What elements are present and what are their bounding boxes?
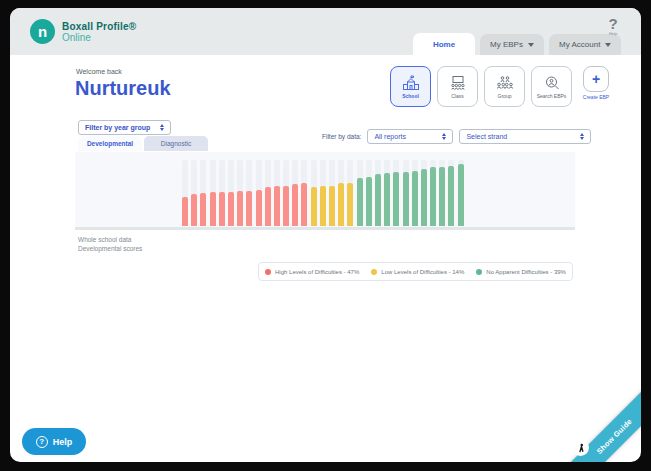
tab-my-account-label: My Account xyxy=(559,40,600,49)
help-button-label: Help xyxy=(53,437,73,447)
bar xyxy=(448,160,454,226)
class-button-label: Class xyxy=(451,93,464,99)
brand-name: Boxall Profile® xyxy=(62,21,136,32)
sort-arrows-icon xyxy=(442,133,446,140)
legend-item-none: No Apparent Difficulties - 39% xyxy=(476,269,566,275)
school-button-label: School xyxy=(402,93,419,99)
logo-icon: n xyxy=(30,19,55,44)
strand-select[interactable]: Select strand xyxy=(459,129,591,144)
class-button[interactable]: Class xyxy=(437,66,478,107)
bar xyxy=(338,160,344,226)
quick-actions: School Class Group xyxy=(390,66,614,107)
legend-label-none: No Apparent Difficulties - 39% xyxy=(486,269,566,275)
bar xyxy=(292,160,298,226)
brand-subname: Online xyxy=(62,32,136,43)
bar xyxy=(357,160,363,226)
question-mark-icon: ? xyxy=(599,16,627,31)
bar xyxy=(421,160,427,226)
bar xyxy=(384,160,390,226)
bar xyxy=(375,160,381,226)
caption-line1: Whole school data xyxy=(78,235,142,244)
header-bar: n Boxall Profile® Online Home My EBPs My… xyxy=(10,8,641,55)
sort-arrows-icon xyxy=(580,133,584,140)
bar-chart xyxy=(182,160,464,226)
bar xyxy=(311,160,317,226)
bar xyxy=(210,160,216,226)
show-guide-ribbon[interactable]: Show Guide xyxy=(563,384,641,462)
school-icon xyxy=(402,75,420,91)
chart-panel xyxy=(75,152,575,230)
bar xyxy=(403,160,409,226)
show-guide-label: Show Guide xyxy=(594,416,633,455)
chart-baseline xyxy=(75,227,575,230)
bar xyxy=(366,160,372,226)
bar xyxy=(200,160,206,226)
tab-home[interactable]: Home xyxy=(413,33,475,55)
bar xyxy=(219,160,225,226)
bar xyxy=(430,160,436,226)
bar xyxy=(182,160,188,226)
tab-diagnostic[interactable]: Diagnostic xyxy=(144,136,208,151)
bar xyxy=(393,160,399,226)
bar xyxy=(439,160,445,226)
question-circle-icon: ? xyxy=(36,436,48,448)
tab-my-ebps-label: My EBPs xyxy=(490,40,523,49)
brand-logo[interactable]: n Boxall Profile® Online xyxy=(30,19,136,44)
group-button[interactable]: Group xyxy=(484,66,525,107)
tab-developmental[interactable]: Developmental xyxy=(78,136,142,151)
data-filter-row: Filter by data: All reports Select stran… xyxy=(322,129,591,144)
caption-line2: Developmental scores xyxy=(78,244,142,253)
chevron-down-icon xyxy=(605,43,611,47)
search-icon xyxy=(543,75,561,91)
reports-select[interactable]: All reports xyxy=(367,129,453,144)
page-title: Nurtureuk xyxy=(75,77,171,100)
bar xyxy=(274,160,280,226)
app-window: n Boxall Profile® Online Home My EBPs My… xyxy=(10,8,641,462)
class-icon xyxy=(449,75,467,91)
bar xyxy=(347,160,353,226)
chart-view-tabs: Developmental Diagnostic xyxy=(78,136,208,151)
header-help-label: Help xyxy=(599,31,627,36)
legend-label-high: High Levels of Difficulties - 47% xyxy=(275,269,359,275)
search-ebps-button[interactable]: Search EBPs xyxy=(531,66,572,107)
legend-item-low: Low Levels of Difficulties - 14% xyxy=(371,269,464,275)
bar xyxy=(458,160,464,226)
bar xyxy=(237,160,243,226)
plus-icon: + xyxy=(583,66,609,92)
bar xyxy=(283,160,289,226)
sort-arrows-icon xyxy=(160,124,164,131)
bar xyxy=(412,160,418,226)
bar xyxy=(191,160,197,226)
bar xyxy=(265,160,271,226)
data-filter-label: Filter by data: xyxy=(322,133,361,140)
create-ebp-button[interactable]: + Create EBP xyxy=(578,66,614,100)
nav-tabs: Home My EBPs My Account xyxy=(408,33,621,55)
guide-person-icon xyxy=(572,439,589,456)
year-group-filter[interactable]: Filter by year group xyxy=(78,120,171,135)
search-ebps-button-label: Search EBPs xyxy=(537,93,567,99)
green-dot-icon xyxy=(476,269,482,275)
chevron-down-icon xyxy=(528,43,534,47)
school-button[interactable]: School xyxy=(390,66,431,107)
chart-legend: High Levels of Difficulties - 47% Low Le… xyxy=(258,262,573,281)
bar xyxy=(329,160,335,226)
legend-label-low: Low Levels of Difficulties - 14% xyxy=(381,269,464,275)
group-icon xyxy=(496,75,514,91)
help-button[interactable]: ? Help xyxy=(22,428,86,455)
red-dot-icon xyxy=(265,269,271,275)
bar xyxy=(256,160,262,226)
group-button-label: Group xyxy=(498,93,512,99)
tab-my-ebps[interactable]: My EBPs xyxy=(480,34,544,55)
tab-home-label: Home xyxy=(433,40,455,49)
bar xyxy=(301,160,307,226)
tab-my-account[interactable]: My Account xyxy=(549,34,621,55)
reports-select-value: All reports xyxy=(374,133,406,140)
create-ebp-label: Create EBP xyxy=(583,94,609,100)
bar xyxy=(228,160,234,226)
legend-item-high: High Levels of Difficulties - 47% xyxy=(265,269,359,275)
chart-caption: Whole school data Developmental scores xyxy=(78,235,142,253)
bar xyxy=(320,160,326,226)
bar xyxy=(246,160,252,226)
header-help-button[interactable]: ? Help xyxy=(599,16,627,36)
welcome-eyebrow: Welcome back xyxy=(76,68,122,75)
